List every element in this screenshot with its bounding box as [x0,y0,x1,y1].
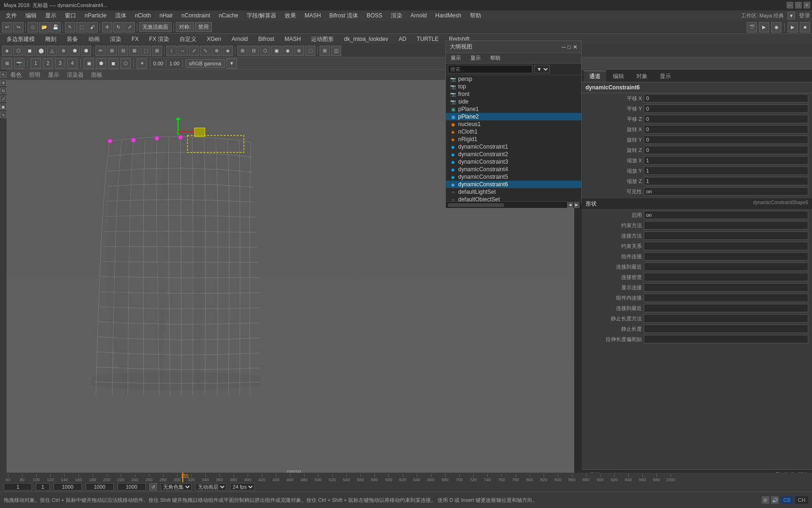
menu-bifrost[interactable]: Bifrost 流体 [326,11,362,21]
tb2-20[interactable]: ◈ [223,46,233,56]
outliner-scroll-right[interactable]: ▶ [574,202,579,208]
status-fps[interactable]: 24 fps [230,483,255,491]
attr-input-rz[interactable] [644,146,808,154]
tb2-split[interactable]: ⊟ [249,46,259,56]
status-frame1[interactable] [4,483,32,491]
outliner-item-ncloth1[interactable]: ◈ nCloth1 [446,128,581,135]
vp-label-panel[interactable]: 面板 [91,71,102,79]
tab-ad[interactable]: AD [394,35,411,43]
outliner-search-input[interactable] [448,65,532,73]
color-space-dropdown[interactable]: ▼ [226,58,237,69]
tb2-ext[interactable]: ▣ [271,46,281,56]
vb-wire[interactable]: ⬡ [120,58,131,69]
menu-arnold[interactable]: Arnold [407,11,431,20]
tb2-10[interactable]: ⊞ [107,46,117,56]
tb2-5[interactable]: △ [47,46,57,56]
status-loop-btn[interactable]: ↺ [149,483,157,491]
tab-fx[interactable]: FX [127,35,143,43]
outliner-item-dc4[interactable]: ◆ dynamicConstraint4 [446,166,581,173]
tb-stop[interactable]: ■ [800,22,810,32]
timeline[interactable]: 355 60 80 100 120 140 160 180 200 220 24… [0,473,812,482]
vp-label-shading[interactable]: 着色 [10,71,22,79]
attr-input-ty[interactable] [644,104,808,113]
attr-tab-display[interactable]: 显示 [654,71,677,82]
menu-file[interactable]: 文件 [2,11,21,21]
status-colorset[interactable]: 无角色集 [161,483,192,491]
tb-lasso[interactable]: ⬚ [76,22,86,32]
attr-input-restlen[interactable] [644,325,808,333]
outliner-item-pplane1[interactable]: ▣ pPlane1 [446,105,581,113]
tb-render[interactable]: ▶ [759,22,769,32]
status-end2[interactable] [86,483,114,491]
tb2-cn[interactable]: ⊕ [294,46,304,56]
menu-nhair[interactable]: nHair [156,11,177,20]
outliner-item-nucleus1[interactable]: ◉ nucleus1 [446,120,581,128]
tb-open[interactable]: 📂 [39,22,49,32]
tb2-7[interactable]: ⬟ [70,46,80,56]
tb2-11[interactable]: ⊟ [118,46,128,56]
outliner-item-dc2[interactable]: ◆ dynamicConstraint2 [446,151,581,158]
tab-rigging[interactable]: 装备 [62,34,83,44]
tb2-17[interactable]: ⤢ [189,46,199,56]
outliner-scroll-left[interactable]: ◀ [567,202,573,208]
outliner-item-objectset[interactable]: ○ defaultObjectSet [446,196,581,201]
tab-rendering[interactable]: 渲染 [105,34,126,44]
tab-animation[interactable]: 动画 [84,34,104,44]
tb-paint[interactable]: 🖌 [87,22,98,32]
attr-input-tx[interactable] [644,94,808,103]
status-end1[interactable] [54,483,82,491]
tb2-14[interactable]: ⊞ [152,46,162,56]
outliner-item-front[interactable]: 📷 front [446,90,581,98]
vb-2[interactable]: 2 [43,58,53,69]
tb2-bevel[interactable]: ⬡ [260,46,270,56]
menu-boss[interactable]: BOSS [363,11,386,20]
tb-cam[interactable]: 🎬 [747,22,757,32]
attr-input-sz[interactable] [644,177,808,185]
vb-4[interactable]: 4 [67,58,78,69]
vb-shade1[interactable]: ▣ [84,58,94,69]
outliner-item-persp[interactable]: 📷 persp [446,75,581,83]
tb-new[interactable]: □ [28,22,38,32]
outliner-menu-show[interactable]: 展示 [448,54,464,62]
outliner-item-dc1[interactable]: ◆ dynamicConstraint1 [446,143,581,151]
lp-rotate[interactable]: ↻ [0,87,7,94]
status-animlayer[interactable]: 无动画层 [195,483,226,491]
attr-tab-edit[interactable]: 编辑 [607,71,630,82]
symmetry-value[interactable]: 禁用 [195,22,212,32]
tab-custom[interactable]: 自定义 [175,34,201,44]
tb2-2[interactable]: ⬡ [13,46,23,56]
attr-input-nearest[interactable] [644,262,808,271]
tb-redo[interactable]: ↪ [13,22,23,32]
tb2-8[interactable]: ⬢ [81,46,91,56]
menu-help[interactable]: 帮助 [466,11,485,21]
tb-ipr[interactable]: ◉ [771,22,781,32]
info-btn2[interactable]: 🔊 [771,496,779,504]
attr-input-showconn[interactable] [644,283,808,292]
attr-tab-object[interactable]: 对象 [631,71,653,82]
menu-ncloth[interactable]: nCloth [131,11,155,20]
menu-render[interactable]: 渲染 [387,11,406,21]
tb-select[interactable]: ↖ [65,22,75,32]
info-on-btn[interactable]: CS [781,496,793,504]
vb-shade2[interactable]: ⬟ [96,58,106,69]
workspace-dropdown[interactable]: ▼ [788,12,795,19]
menu-nparticle[interactable]: nParticle [81,11,110,20]
info-help-btn[interactable]: CH [795,496,808,504]
attr-tab-channel[interactable]: 通道 [584,71,606,82]
vb-1[interactable]: 1 [31,58,41,69]
attr-input-connect[interactable] [644,231,808,240]
outliner-item-top[interactable]: 📷 top [446,83,581,90]
menu-mash[interactable]: MASH [301,11,325,20]
menu-window[interactable]: 窗口 [61,11,80,21]
outliner-maximize[interactable]: □ [568,44,571,50]
maximize-button[interactable]: □ [795,2,802,8]
outliner-item-side[interactable]: 📷 side [446,98,581,105]
tb2-mirror[interactable]: ◫ [331,46,341,56]
lp-move[interactable]: ✛ [0,79,7,86]
tab-xgen[interactable]: XGen [202,35,226,43]
tb2-br[interactable]: ◉ [282,46,293,56]
no-anim-curve[interactable]: 无激活曲面 [139,22,172,32]
tab-motion[interactable]: 运动图形 [306,34,338,44]
tab-turtle[interactable]: TURTLE [412,35,443,43]
menu-view[interactable]: 显示 [41,11,60,21]
